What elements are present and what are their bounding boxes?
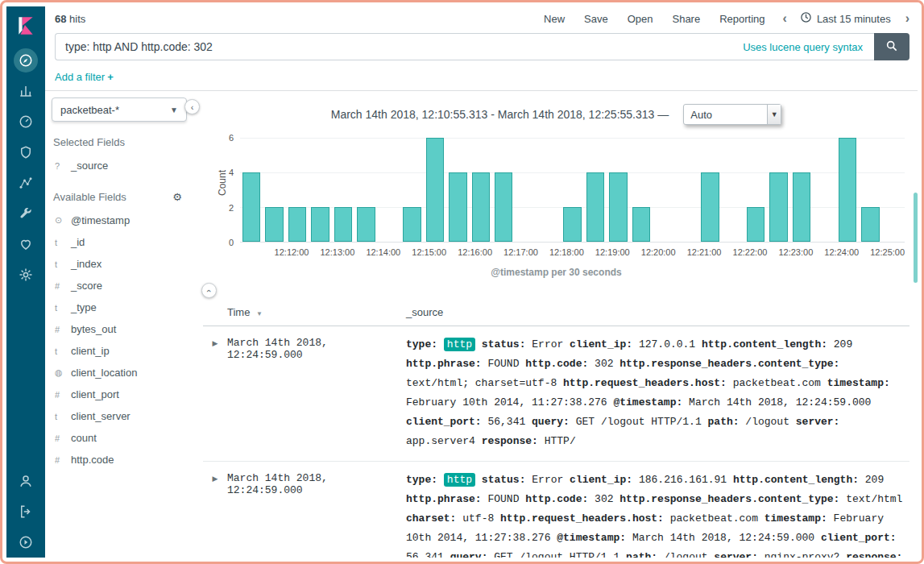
- histogram-bar[interactable]: [426, 138, 444, 242]
- histogram-bar[interactable]: [793, 172, 810, 242]
- plot-area: [240, 138, 905, 243]
- histogram-bar[interactable]: [357, 207, 375, 242]
- field-value: utf-8: [462, 512, 494, 525]
- nav-dashboard[interactable]: [6, 106, 45, 137]
- field-item[interactable]: t_id: [52, 231, 187, 253]
- collapse-fields-panel-button[interactable]: ‹: [184, 99, 200, 114]
- x-axis-ticks: 12:12:0012:13:0012:14:0012:15:0012:16:00…: [240, 246, 905, 260]
- field-item[interactable]: t_index: [52, 253, 187, 275]
- nav-save[interactable]: Save: [584, 13, 608, 25]
- time-column-header[interactable]: Time ▼: [227, 306, 406, 318]
- collapse-chart-button[interactable]: ‹: [201, 283, 217, 298]
- field-item[interactable]: #_score: [52, 275, 187, 297]
- x-tick-label: 12:15:00: [412, 247, 446, 257]
- header-separator: —: [657, 108, 669, 121]
- x-tick-label: 12:16:00: [458, 247, 492, 257]
- nav-open[interactable]: Open: [628, 13, 653, 25]
- sort-caret-icon: ▼: [256, 310, 263, 317]
- field-value: packetbeat.com: [670, 512, 758, 525]
- field-key: timestamp:: [827, 377, 890, 389]
- nav-machine-learning[interactable]: [6, 168, 45, 198]
- nav-timelion[interactable]: [6, 137, 45, 168]
- nav-new[interactable]: New: [544, 13, 565, 25]
- nav-visualize[interactable]: [6, 76, 45, 106]
- field-item[interactable]: #bytes_out: [52, 318, 187, 340]
- histogram-bar[interactable]: [769, 172, 787, 242]
- field-value: Error: [532, 474, 563, 486]
- field-value: 127.0.0.1: [639, 338, 695, 350]
- histogram-bar[interactable]: [747, 207, 764, 242]
- shield-icon: [14, 140, 38, 164]
- index-pattern-label: packetbeat-*: [60, 104, 119, 116]
- field-key: type:: [406, 338, 437, 350]
- histogram-slot: [240, 138, 263, 242]
- nav-discover[interactable]: [6, 45, 45, 76]
- y-axis-ticks: 6420: [219, 138, 234, 243]
- field-item[interactable]: #http.code: [52, 449, 187, 471]
- field-item[interactable]: ◍client_location: [52, 362, 187, 384]
- field-item[interactable]: #client_port: [52, 384, 187, 405]
- chart-title: March 14th 2018, 12:10:55.313 - March 14…: [331, 108, 669, 121]
- timepicker-button[interactable]: Last 15 minutes: [800, 11, 891, 26]
- histogram-bar[interactable]: [701, 172, 719, 242]
- collapse-rail-button[interactable]: [6, 527, 45, 558]
- field-name: _id: [71, 236, 85, 248]
- app-rail: [6, 6, 45, 558]
- histogram-bar[interactable]: [861, 207, 879, 242]
- histogram-slot: [630, 138, 653, 242]
- field-value: app.server4: [406, 435, 475, 447]
- doc-source: type: http status: Error client_ip: 186.…: [406, 471, 909, 558]
- field-key: response:: [846, 551, 902, 558]
- scrollbar-thumb[interactable]: [914, 193, 918, 283]
- nav-monitoring[interactable]: [6, 229, 45, 259]
- add-filter-button[interactable]: Add a filter+: [55, 71, 114, 83]
- histogram-slot: [332, 138, 354, 242]
- histogram-bar[interactable]: [632, 207, 650, 242]
- field-item[interactable]: tclient_server: [52, 405, 187, 427]
- histogram-bar[interactable]: [403, 207, 421, 242]
- time-forward-icon[interactable]: ›: [905, 12, 909, 25]
- histogram-slot: [309, 138, 331, 242]
- nav-share[interactable]: Share: [672, 13, 700, 25]
- histogram-bar[interactable]: [563, 207, 581, 242]
- field-settings-gear-icon[interactable]: ⚙: [172, 191, 182, 203]
- doc-timestamp: March 14th 2018, 12:24:59.000: [227, 471, 406, 558]
- nav-management[interactable]: [6, 259, 45, 290]
- x-tick-label: 12:18:00: [549, 247, 584, 257]
- search-icon: [885, 39, 898, 55]
- histogram-bar[interactable]: [472, 172, 490, 242]
- histogram-bar[interactable]: [265, 207, 283, 242]
- field-key: path:: [708, 416, 740, 428]
- histogram-bar[interactable]: [586, 172, 604, 242]
- field-item[interactable]: ?_source: [52, 155, 187, 176]
- histogram-bar[interactable]: [839, 138, 856, 242]
- histogram-slot: [767, 138, 789, 242]
- histogram-bar[interactable]: [242, 172, 260, 242]
- search-input[interactable]: [56, 40, 743, 53]
- histogram-bar[interactable]: [495, 172, 512, 242]
- clock-field-icon: ⊙: [55, 215, 71, 226]
- nav-reporting[interactable]: Reporting: [719, 13, 764, 25]
- field-item[interactable]: ⊙@timestamp: [52, 209, 187, 231]
- histogram-bar[interactable]: [288, 207, 306, 242]
- nav-dev-tools[interactable]: [6, 198, 45, 229]
- logout-button[interactable]: [6, 496, 45, 527]
- lucene-syntax-link[interactable]: Uses lucene query syntax: [743, 41, 874, 53]
- user-profile-button[interactable]: [6, 466, 45, 496]
- time-back-icon[interactable]: ‹: [783, 12, 787, 25]
- interval-select[interactable]: Auto ▼: [683, 104, 781, 125]
- expand-caret-icon[interactable]: ▶: [203, 471, 227, 558]
- histogram-bar[interactable]: [334, 207, 352, 242]
- histogram-bar[interactable]: [609, 172, 627, 242]
- field-item[interactable]: tclient_ip: [52, 340, 187, 362]
- field-name: http.code: [71, 454, 114, 466]
- search-button[interactable]: [874, 33, 909, 60]
- expand-caret-icon[interactable]: ▶: [203, 335, 227, 451]
- histogram-bar[interactable]: [449, 172, 466, 242]
- field-item[interactable]: t_type: [52, 297, 187, 318]
- field-item[interactable]: #count: [52, 427, 187, 449]
- kibana-logo-icon[interactable]: [6, 6, 45, 45]
- doc-source: type: http status: Error client_ip: 127.…: [406, 335, 909, 451]
- index-pattern-selector[interactable]: packetbeat-* ▼: [52, 97, 187, 122]
- histogram-bar[interactable]: [311, 207, 329, 242]
